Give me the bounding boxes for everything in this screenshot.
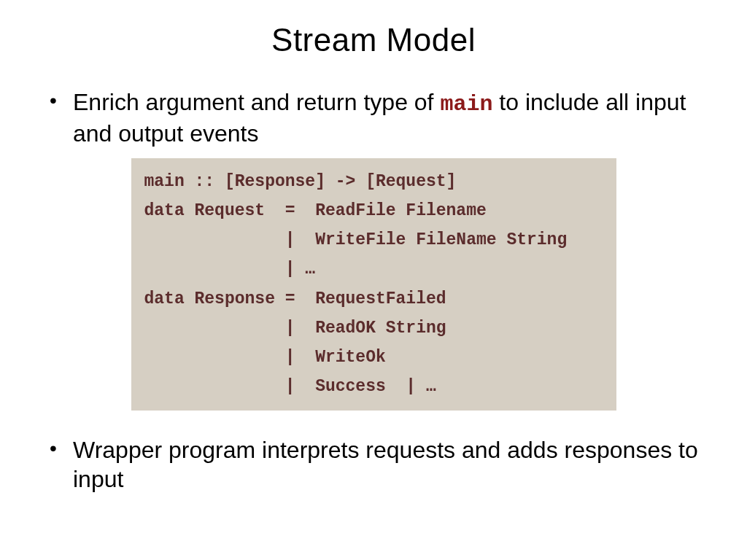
inline-code-main: main xyxy=(440,92,492,117)
code-line-6: | ReadOK String xyxy=(144,314,603,343)
bullet-text-2: Wrapper program interprets requests and … xyxy=(73,437,698,492)
code-line-3: | WriteFile FileName String xyxy=(144,225,603,254)
bullet-item-1: Enrich argument and return type of main … xyxy=(44,88,703,148)
bullet-text-1a: Enrich argument and return type of xyxy=(73,89,440,115)
slide-title: Stream Model xyxy=(44,22,703,58)
bullet-list: Enrich argument and return type of main … xyxy=(44,88,703,148)
bullet-list-2: Wrapper program interprets requests and … xyxy=(44,435,703,494)
bullet-item-2: Wrapper program interprets requests and … xyxy=(44,435,703,494)
code-line-4: | … xyxy=(144,254,603,284)
code-line-2: data Request = ReadFile Filename xyxy=(144,196,603,225)
code-line-1: main :: [Response] -> [Request] xyxy=(144,167,603,196)
code-line-7: | WriteOk xyxy=(144,343,603,372)
code-block: main :: [Response] -> [Request] data Req… xyxy=(131,158,616,411)
code-line-8: | Success | … xyxy=(144,372,603,401)
code-line-5: data Response = RequestFailed xyxy=(144,284,603,314)
